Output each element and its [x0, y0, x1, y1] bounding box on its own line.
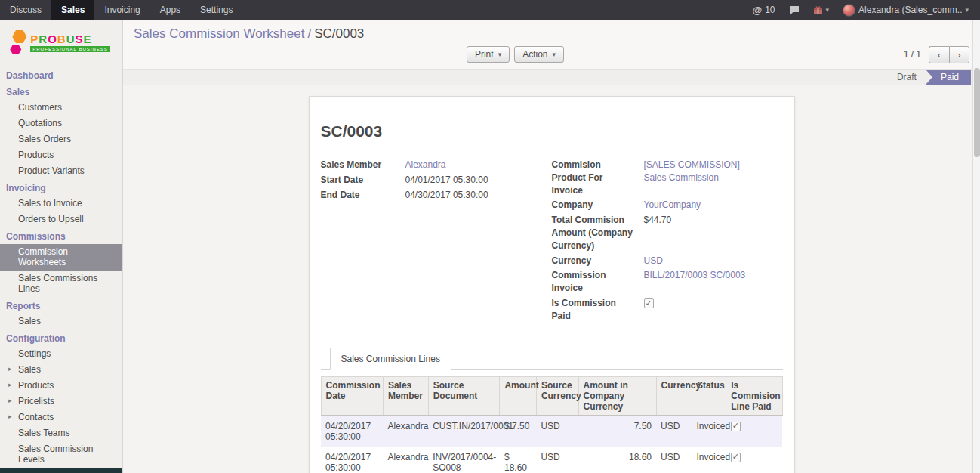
nav-item[interactable]: Sales Teams: [0, 425, 122, 441]
field-value[interactable]: 04/30/2017 05:30:00: [405, 189, 488, 202]
field-label: End Date: [321, 189, 405, 202]
nav-item[interactable]: Customers: [0, 100, 122, 116]
cell-status: Invoiced: [692, 415, 726, 447]
column-header[interactable]: Source Document: [428, 376, 500, 415]
status-state[interactable]: Paid: [926, 70, 971, 85]
field-value[interactable]: Alexandra: [405, 159, 446, 172]
status-bar: Draft Paid: [123, 69, 980, 85]
column-header[interactable]: Source Currency: [536, 376, 578, 415]
top-bar: Discuss Sales Invoicing Apps Settings @ …: [0, 0, 980, 20]
nav-item[interactable]: Sales Commission Levels: [0, 441, 122, 468]
nav-item[interactable]: Product Variants: [0, 163, 122, 179]
print-button[interactable]: Print ▾: [467, 46, 510, 63]
column-header[interactable]: Sales Member: [383, 376, 428, 415]
app-menu-item[interactable]: Invoicing: [94, 0, 149, 20]
nav-item-label: Sales Orders: [18, 134, 71, 144]
nav-item[interactable]: Sales Orders: [0, 131, 122, 147]
status-state-label: Draft: [897, 72, 917, 82]
app-menu-item[interactable]: Apps: [150, 0, 190, 20]
nav-item-label: Sales Teams: [18, 428, 69, 438]
field-label: Sales Member: [321, 159, 405, 172]
nav-item[interactable]: Quotations: [0, 116, 122, 131]
control-panel-row: Print ▾ Action ▾ 1 / 1 ‹ ›: [134, 45, 969, 63]
field-value[interactable]: [644, 297, 654, 323]
activity-count-badge: 10: [765, 5, 775, 15]
chevron-down-icon: ▾: [826, 6, 830, 14]
company-logo[interactable]: PROBUSE PROFESSIONAL BUSINESS: [0, 20, 122, 66]
nav-item[interactable]: Sales: [0, 314, 122, 329]
nav-section-title[interactable]: Invoicing: [0, 179, 122, 196]
nav-item[interactable]: Products: [0, 147, 122, 163]
logo-text: PROBUSE PROFESSIONAL BUSINESS: [30, 33, 109, 52]
app-menu-label: Discuss: [10, 5, 42, 15]
column-header[interactable]: Commission Date: [321, 376, 383, 415]
field-value[interactable]: BILL/2017/0003 SC/0003: [644, 269, 746, 295]
user-menu[interactable]: Alexandra (Sales_comm.. ▾: [836, 0, 975, 20]
column-header[interactable]: Is Commision Line Paid: [726, 376, 782, 415]
field-value[interactable]: USD: [644, 255, 663, 267]
nav-item[interactable]: Orders to Upsell: [0, 212, 122, 227]
app-menu-item[interactable]: Sales: [51, 0, 94, 20]
column-header[interactable]: Amount: [500, 376, 536, 415]
app-menu-item[interactable]: Discuss: [0, 0, 51, 20]
cell-source-currency: USD: [536, 415, 578, 447]
nav-section-title[interactable]: Reports: [0, 297, 122, 314]
status-state[interactable]: Draft: [888, 70, 926, 85]
line-paid-checkbox: [731, 422, 741, 431]
field-value[interactable]: [SALES COMMISSION] Sales Commission: [644, 159, 765, 196]
checkbox[interactable]: [644, 298, 654, 308]
nav-section-title[interactable]: Commissions: [0, 227, 122, 244]
systray-extra-menu[interactable]: ▾: [806, 0, 837, 20]
field-label: Commision Product For Invoice: [552, 159, 644, 196]
logo-name: PROBUSE: [30, 33, 109, 45]
vertical-scrollbar[interactable]: [972, 20, 980, 473]
cell-line-paid: [726, 415, 782, 447]
nav-item[interactable]: Sales to Invoice: [0, 196, 122, 212]
nav-section-title[interactable]: Sales: [0, 83, 122, 100]
pager-previous-button[interactable]: ‹: [929, 46, 949, 63]
nav-item[interactable]: Settings: [0, 346, 122, 362]
chat-icon: [789, 5, 800, 15]
scrollbar-thumb[interactable]: [974, 68, 980, 157]
app-menu-item[interactable]: Settings: [190, 0, 242, 20]
action-button[interactable]: Action ▾: [514, 46, 564, 63]
form-view: SC/0003 Sales Member Alexandra: [123, 85, 980, 473]
table-row[interactable]: 04/20/2017 05:30:00 Alexandra CUST.IN/20…: [321, 415, 782, 447]
nav-item[interactable]: Pricelists: [0, 394, 122, 410]
nav-item[interactable]: Sales: [0, 362, 122, 378]
nav-section-title[interactable]: Configuration: [0, 329, 122, 346]
tab-sales-commission-lines[interactable]: Sales Commission Lines: [330, 348, 451, 370]
form-field: Commission Invoice BILL/2017/0003 SC/000…: [552, 269, 775, 295]
systray: @ 10 ▾ Alexandra (Sales_comm.. ▾: [746, 0, 980, 20]
nav-item[interactable]: Contacts: [0, 410, 122, 425]
pager-next-button[interactable]: ›: [949, 46, 969, 63]
column-header[interactable]: Amount in Company Currency: [578, 376, 656, 415]
cell-amount: $ 7.50: [500, 415, 536, 447]
record-title: SC/0003: [321, 122, 783, 141]
field-value[interactable]: 04/01/2017 05:30:00: [405, 174, 488, 187]
table-row[interactable]: 04/20/2017 05:30:00 Alexandra INV/2017/0…: [321, 447, 782, 473]
form-field: Company YourCompany: [552, 199, 775, 212]
nav-item-label: Orders to Upsell: [18, 214, 84, 224]
logo-hexagons-icon: [12, 30, 26, 54]
nav-item[interactable]: Sales Commissions Lines: [0, 271, 122, 297]
commission-lines-table: Commission DateSales MemberSource Docume…: [321, 376, 783, 473]
logo-tagline: PROFESSIONAL BUSINESS: [30, 46, 109, 52]
form-field: End Date 04/30/2017 05:30:00: [321, 189, 544, 202]
nav-item[interactable]: Commission Worksheets: [0, 244, 122, 271]
app-menu-label: Sales: [61, 5, 85, 15]
column-header[interactable]: Status: [692, 376, 726, 415]
form-field: Start Date 04/01/2017 05:30:00: [321, 174, 544, 187]
breadcrumb-separator: /: [304, 26, 314, 41]
messages-menu[interactable]: [782, 0, 806, 20]
column-header[interactable]: Currency: [656, 376, 692, 415]
chevron-down-icon: ▾: [965, 6, 969, 14]
breadcrumb-parent-link[interactable]: Sales Commission Worksheet: [134, 26, 304, 41]
field-value[interactable]: YourCompany: [644, 199, 701, 212]
field-value[interactable]: $44.70: [644, 214, 672, 252]
nav-section: Reports Sales: [0, 297, 122, 329]
activity-menu[interactable]: @ 10: [746, 0, 782, 20]
cell-company-amount: 18.60: [578, 447, 656, 473]
nav-section-title[interactable]: Dashboard: [0, 66, 122, 83]
nav-item[interactable]: Products: [0, 378, 122, 394]
